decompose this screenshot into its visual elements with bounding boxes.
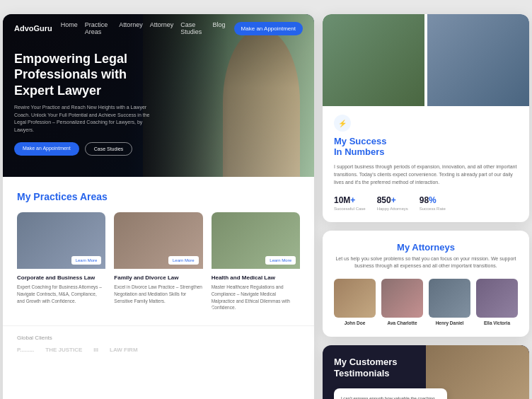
client-logo-3: LAW FIRM <box>110 347 138 353</box>
practice-learn-more-family[interactable]: Learn More <box>168 256 199 265</box>
practice-card-corporate: Learn More Corporate and Business Law Ex… <box>17 212 105 311</box>
attorneys-highlight: Attorneys <box>412 242 455 253</box>
attorneys-section: My Attorneys Let us help you solve probl… <box>323 231 529 337</box>
client-logo-1: THE JUSTICE <box>45 347 82 353</box>
attorney-card-1: Ava Charlotte <box>381 279 423 325</box>
testimonials-text: I can't express enough how valuable the … <box>341 395 440 399</box>
attorney-photo-1 <box>381 279 423 318</box>
testimonials-section: My CustomersTestimonials I can't express… <box>323 345 529 399</box>
attorneys-header: My Attorneys <box>334 242 518 253</box>
success-heading-prefix: My <box>334 136 349 146</box>
practice-card-health: Learn More Health and Medical Law Master… <box>212 212 300 311</box>
nav-practice[interactable]: Practice Areas <box>85 21 112 35</box>
hero-content: Empowering LegalProfessionals withExpert… <box>14 51 156 156</box>
attorney-name-0: John Doe <box>334 320 376 325</box>
right-panel: ⚡ My Success In Numbers I support busine… <box>323 14 529 399</box>
success-heading: My Success In Numbers <box>334 136 518 157</box>
attorney-card-2: Henry Daniel <box>429 279 470 325</box>
nav-attorney1[interactable]: Attorney <box>119 21 143 35</box>
client-logo-0: P......... <box>17 347 34 353</box>
success-icon: ⚡ <box>334 115 351 132</box>
practice-title-family: Family and Divorce Law <box>114 274 202 281</box>
testimonials-bubble: I can't express enough how valuable the … <box>334 388 447 399</box>
practice-img-corporate: Learn More <box>17 212 105 269</box>
hero-section: AdvoGuru Home Practice Areas Attorney At… <box>3 14 314 177</box>
practice-learn-more-health[interactable]: Learn More <box>265 256 296 265</box>
nav-case-studies[interactable]: Case Studies <box>180 21 205 35</box>
testimonials-title: My CustomersTestimonials <box>334 357 426 381</box>
clients-label: Global Clients <box>17 335 300 341</box>
practice-card-family: Learn More Family and Divorce Law Excel … <box>114 212 202 311</box>
practices-title-highlight: Practices Areas <box>33 191 108 202</box>
attorney-photo-3 <box>476 279 518 318</box>
left-panel: AdvoGuru Home Practice Areas Attorney At… <box>3 14 314 399</box>
attorney-photo-2 <box>429 279 470 318</box>
success-desc: I support business through periods of ex… <box>334 163 518 187</box>
nav-links: Home Practice Areas Attorney Attorney Ca… <box>61 21 226 35</box>
clients-logos: P......... THE JUSTICE III LAW FIRM <box>17 347 300 353</box>
success-stats: 10M+ Successful Case 850+ Happy Attorney… <box>334 195 518 211</box>
attorney-name-1: Ava Charlotte <box>381 320 423 325</box>
practice-desc-corporate: Expert Coaching for Business Attorneys –… <box>17 284 105 304</box>
stat-success-rate-label: Success Rate <box>420 207 446 211</box>
stat-attorneys-label: Happy Attorneys <box>377 207 408 211</box>
success-images <box>323 14 529 106</box>
navbar: AdvoGuru Home Practice Areas Attorney At… <box>3 14 314 42</box>
success-section: ⚡ My Success In Numbers I support busine… <box>323 14 529 222</box>
practices-title: My Practices Areas <box>17 191 300 202</box>
nav-home[interactable]: Home <box>61 21 78 35</box>
success-content: ⚡ My Success In Numbers I support busine… <box>323 115 529 211</box>
stat-cases-value: 10M+ <box>334 195 366 205</box>
hero-buttons: Make an Appointment Case Studies <box>14 142 156 156</box>
attorney-card-0: John Doe <box>334 279 376 325</box>
hero-title: Empowering LegalProfessionals withExpert… <box>14 51 156 99</box>
attorneys-title: My Attorneys <box>334 242 518 253</box>
stat-cases: 10M+ Successful Case <box>334 195 366 211</box>
attorney-name-2: Henry Daniel <box>429 320 470 325</box>
practice-desc-health: Master Healthcare Regulations and Compli… <box>212 284 300 311</box>
stat-success-rate-value: 98% <box>420 195 446 205</box>
nav-cta-button[interactable]: Make an Appointment <box>234 22 303 35</box>
success-img-top-left <box>323 14 424 106</box>
practices-title-prefix: My <box>17 191 33 202</box>
attorney-card-3: Ella Victoria <box>476 279 518 325</box>
hero-appointment-button[interactable]: Make an Appointment <box>14 142 79 156</box>
practice-img-health: Learn More <box>212 212 300 269</box>
nav-blog[interactable]: Blog <box>213 21 226 35</box>
attorneys-grid: John Doe Ava Charlotte Henry Daniel Ella… <box>334 279 518 325</box>
stat-cases-label: Successful Case <box>334 207 366 211</box>
testimonials-content: My CustomersTestimonials I can't express… <box>334 357 518 399</box>
client-logo-2: III <box>93 347 98 353</box>
hero-case-studies-button[interactable]: Case Studies <box>85 142 133 156</box>
success-img-top-right <box>427 14 529 106</box>
success-heading-suffix: In Numbers <box>334 146 385 157</box>
attorneys-prefix: My <box>397 242 412 253</box>
practice-desc-family: Excel in Divorce Law Practice – Strength… <box>114 284 202 304</box>
clients-section: Global Clients P......... THE JUSTICE II… <box>3 325 314 362</box>
practice-img-family: Learn More <box>114 212 202 269</box>
stat-attorneys-value: 850+ <box>377 195 408 205</box>
practices-grid: Learn More Corporate and Business Law Ex… <box>17 212 300 311</box>
attorney-name-3: Ella Victoria <box>476 320 518 325</box>
success-heading-highlight: Success <box>349 136 387 146</box>
practices-section: My Practices Areas Learn More Corporate … <box>3 177 314 325</box>
nav-attorney2[interactable]: Attorney <box>150 21 174 35</box>
practice-learn-more-corporate[interactable]: Learn More <box>71 256 102 265</box>
practice-title-health: Health and Medical Law <box>212 274 300 281</box>
stat-success-rate: 98% Success Rate <box>420 195 446 211</box>
attorney-photo-0 <box>334 279 376 318</box>
nav-logo: AdvoGuru <box>14 24 52 33</box>
hero-subtitle: Rewire Your Practice and Reach New Heigh… <box>14 104 156 134</box>
stat-attorneys: 850+ Happy Attorneys <box>377 195 408 211</box>
attorneys-desc: Let us help you solve problems so that y… <box>334 255 518 270</box>
practice-title-corporate: Corporate and Business Law <box>17 274 105 281</box>
